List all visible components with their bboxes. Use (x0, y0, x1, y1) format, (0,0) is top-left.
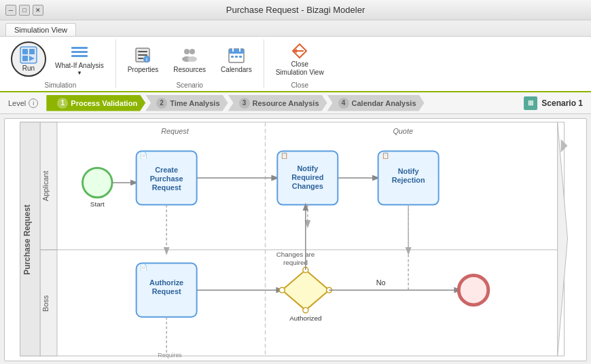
create-task-label-2: Purchase (150, 175, 183, 183)
start-event[interactable] (83, 168, 113, 198)
scenario-name: Scenario 1 (541, 98, 583, 108)
ribbon-group-close: CloseSimulation View Close (264, 39, 336, 88)
resources-button[interactable]: Resources (167, 39, 212, 79)
svg-point-14 (184, 49, 190, 54)
what-if-label: What-If Analysis (55, 62, 104, 70)
step-1[interactable]: 1 Process Validation (46, 95, 145, 111)
end-event (459, 275, 488, 305)
ribbon-tab-bar: Simulation View (0, 20, 591, 37)
calendars-icon (226, 44, 247, 66)
svg-rect-9 (138, 51, 147, 52)
ribbon-scenario-items: i Properties Resources (122, 39, 258, 79)
step-3-label: Resource Analysis (253, 99, 319, 107)
svg-point-38 (303, 308, 308, 313)
quote-section-label: Quote (393, 127, 413, 135)
what-if-button[interactable]: What-If Analysis ▼ (49, 39, 110, 79)
properties-icon: i (132, 44, 154, 66)
svg-rect-1 (22, 49, 28, 54)
svg-rect-23 (235, 56, 238, 58)
step-4[interactable]: 4 Calendar Analysis (327, 95, 425, 111)
step-3-inner: 3 Resource Analysis (228, 95, 327, 111)
notify-rejection-label-1: Notify (398, 167, 419, 175)
step-2-num: 2 (156, 98, 167, 109)
restore-button[interactable]: □ (19, 5, 30, 16)
notify-changes-icon: 📋 (281, 151, 289, 160)
step-4-num: 4 (338, 98, 349, 109)
ribbon-group-simulation: Run What-If Analysis ▼ Simulation (5, 39, 116, 88)
notify-rejection-label-2: Rejection (392, 176, 425, 184)
ribbon: Simulation View Run (0, 20, 591, 92)
step-1-num: 1 (57, 98, 68, 109)
properties-button[interactable]: i Properties (122, 39, 165, 79)
step-2-label: Time Analysis (170, 99, 219, 107)
step-2-inner: 2 Time Analysis (145, 95, 228, 111)
app-title: Purchase Request - Bizagi Modeler (226, 5, 365, 15)
run-button[interactable]: Run (11, 41, 46, 77)
canvas-wrapper: Purchase Request Applicant Boss Request … (4, 118, 587, 361)
authorized-label: Authorized (289, 314, 321, 322)
close-sim-icon (289, 41, 310, 60)
resources-label: Resources (173, 66, 206, 74)
svg-point-15 (190, 49, 195, 54)
svg-point-35 (279, 287, 285, 293)
swimlane-main-label: Purchase Request (22, 204, 32, 275)
close-group-label: Close (291, 79, 308, 89)
tab-simulation-view[interactable]: Simulation View (5, 23, 76, 36)
step-4-inner: 4 Calendar Analysis (327, 95, 425, 111)
requires-label: Requires (158, 352, 182, 359)
level-label: Level (8, 99, 26, 107)
notify-changes-label-1: Notify (297, 164, 318, 172)
run-label: Run (22, 65, 35, 73)
step-1-inner: 1 Process Validation (46, 95, 145, 111)
ribbon-simulation-items: Run What-If Analysis ▼ (11, 39, 110, 79)
svg-rect-22 (231, 56, 234, 58)
ribbon-content: Run What-If Analysis ▼ Simulation (0, 37, 591, 91)
calendars-label: Calendars (221, 66, 252, 74)
authorize-label-1: Authorize (149, 278, 183, 287)
request-section-label: Request (161, 127, 189, 135)
create-task-label-1: Create (155, 166, 178, 174)
changes-required-label-1: Changes are (276, 251, 315, 258)
close-sim-button[interactable]: CloseSimulation View (270, 39, 330, 79)
title-bar: ─ □ ✕ Purchase Request - Bizagi Modeler (0, 0, 591, 20)
calendars-button[interactable]: Calendars (215, 39, 258, 79)
notify-changes-label-2: Required (291, 173, 323, 181)
boss-lane-label: Boss (41, 295, 50, 312)
what-if-icon (69, 43, 90, 62)
svg-rect-5 (71, 47, 88, 49)
svg-rect-3 (22, 56, 28, 61)
properties-label: Properties (128, 66, 159, 74)
close-button-title[interactable]: ✕ (33, 5, 43, 16)
create-task-label-3: Request (152, 183, 181, 192)
scenario-group-label: Scenario (176, 79, 202, 89)
svg-point-17 (187, 56, 197, 62)
scenario-icon: ⊞ (524, 96, 537, 110)
step-3[interactable]: 3 Resource Analysis (228, 95, 327, 111)
steps-bar: Level i 1 Process Validation 2 Time Anal… (0, 92, 591, 114)
create-task-icon: 📄 (140, 151, 148, 160)
authorize-icon: 📄 (140, 264, 148, 272)
run-icon (18, 46, 39, 65)
changes-required-label-2: required (283, 259, 308, 266)
svg-rect-19 (229, 49, 244, 54)
notify-rejection-icon: 📋 (382, 151, 390, 160)
what-if-arrow: ▼ (77, 70, 82, 76)
svg-rect-11 (138, 58, 143, 59)
applicant-lane-label: Applicant (41, 171, 50, 202)
step-2[interactable]: 2 Time Analysis (145, 95, 228, 111)
no-label: No (376, 278, 386, 287)
notify-changes-label-3: Changes (292, 182, 323, 190)
svg-rect-24 (239, 56, 242, 58)
scenario-label: ⊞ Scenario 1 (524, 96, 583, 110)
step-3-num: 3 (239, 98, 250, 109)
level-info: Level i (8, 98, 38, 108)
svg-rect-7 (71, 55, 88, 57)
svg-text:i: i (147, 57, 148, 62)
step-1-label: Process Validation (71, 99, 137, 107)
minimize-button[interactable]: ─ (5, 5, 16, 16)
close-sim-label: CloseSimulation View (276, 60, 324, 77)
ribbon-close-items: CloseSimulation View (270, 39, 330, 79)
svg-rect-6 (71, 51, 88, 53)
start-label: Start (90, 200, 105, 208)
bpmn-canvas: Purchase Request Applicant Boss Request … (5, 119, 586, 361)
